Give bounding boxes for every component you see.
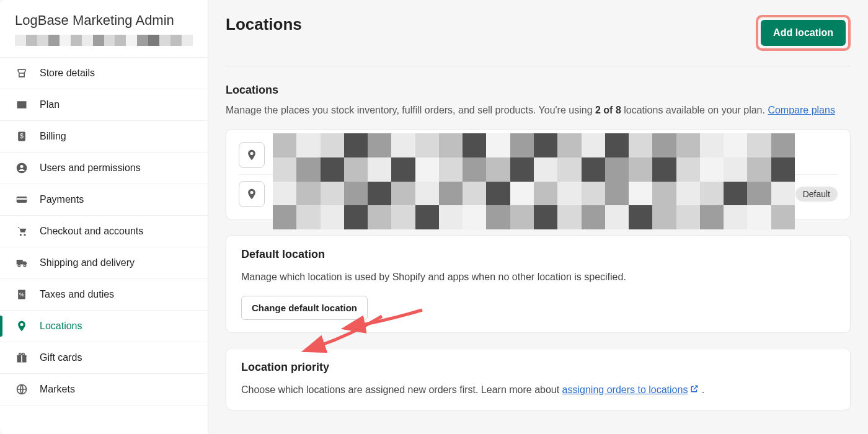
creditcard-icon: [15, 193, 29, 206]
percent-icon: %: [15, 288, 29, 301]
svg-point-3: [20, 165, 24, 168]
page-title: Locations: [226, 15, 302, 34]
page-header: Locations Add location: [226, 15, 851, 66]
svg-point-15: [19, 353, 21, 355]
pin-icon: [15, 319, 29, 333]
sidebar-item-label: Store details: [40, 68, 95, 79]
store-icon: [15, 66, 29, 80]
external-link-icon: [690, 383, 699, 397]
locations-usage-count: 2 of 8: [595, 105, 621, 115]
user-icon: [15, 161, 29, 175]
sidebar-item-label: Gift cards: [40, 352, 82, 363]
sidebar-item-label: Users and permissions: [40, 162, 141, 174]
redacted-store-url: [15, 35, 193, 46]
sidebar-item-label: Locations: [40, 321, 82, 332]
sidebar-item-payments[interactable]: Payments: [0, 184, 208, 216]
sidebar-item-label: Billing: [40, 131, 66, 142]
location-priority-desc: Choose which locations are assigned new …: [241, 383, 835, 397]
svg-point-9: [24, 265, 25, 267]
location-pin-icon: [239, 181, 265, 207]
location-priority-title: Location priority: [241, 361, 835, 374]
sidebar-item-label: Taxes and duties: [40, 289, 114, 300]
sidebar-item-gift-cards[interactable]: Gift cards: [0, 342, 208, 374]
default-badge: Default: [795, 187, 838, 202]
sidebar-item-taxes[interactable]: % Taxes and duties: [0, 279, 208, 311]
locations-list-card: Default: [226, 129, 851, 220]
sidebar-item-label: Checkout and accounts: [40, 226, 143, 237]
annotation-highlight-box: Add location: [756, 15, 851, 51]
redacted-location-details: [273, 133, 795, 229]
locations-section-desc: Manage the places you stock inventory, f…: [226, 103, 851, 118]
locations-section-title: Locations: [226, 84, 851, 97]
change-default-location-button[interactable]: Change default location: [241, 296, 368, 320]
sidebar-item-label: Payments: [40, 194, 84, 205]
assigning-orders-link[interactable]: assigning orders to locations: [562, 384, 699, 395]
svg-point-16: [22, 353, 24, 355]
default-location-desc: Manage which location is used by Shopify…: [241, 270, 835, 285]
dollar-icon: $: [15, 130, 29, 143]
sidebar-item-store-details[interactable]: Store details: [0, 58, 208, 89]
sidebar-item-label: Shipping and delivery: [40, 257, 135, 268]
sidebar-item-label: Markets: [40, 384, 75, 395]
add-location-button[interactable]: Add location: [761, 20, 846, 46]
settings-sidebar: LogBase Marketing Admin Store details Pl…: [0, 0, 208, 434]
truck-icon: [15, 256, 29, 270]
svg-text:%: %: [19, 291, 24, 298]
svg-rect-14: [21, 355, 22, 363]
location-priority-card: Location priority Choose which locations…: [226, 348, 851, 410]
cart-icon: [15, 224, 29, 238]
default-location-card: Default location Manage which location i…: [226, 235, 851, 333]
gift-icon: [15, 351, 29, 365]
sidebar-item-billing[interactable]: $ Billing: [0, 121, 208, 153]
globe-icon: [15, 383, 29, 396]
sidebar-item-plan[interactable]: Plan: [0, 89, 208, 121]
sidebar-item-users[interactable]: Users and permissions: [0, 153, 208, 184]
svg-point-7: [24, 234, 25, 236]
store-name: LogBase Marketing Admin: [15, 12, 193, 29]
svg-point-6: [20, 234, 22, 236]
sidebar-item-checkout[interactable]: Checkout and accounts: [0, 216, 208, 247]
compare-plans-link[interactable]: Compare plans: [768, 105, 835, 115]
card-icon: [15, 98, 29, 112]
svg-rect-5: [17, 198, 27, 200]
sidebar-item-locations[interactable]: Locations: [0, 311, 208, 342]
sidebar-item-markets[interactable]: Markets: [0, 374, 208, 405]
svg-text:$: $: [20, 133, 24, 140]
svg-point-8: [18, 265, 20, 267]
sidebar-item-shipping[interactable]: Shipping and delivery: [0, 247, 208, 279]
main-content: Locations Add location Locations Manage …: [208, 0, 868, 434]
location-pin-icon: [239, 142, 265, 168]
sidebar-list: Store details Plan $ Billing Users and p…: [0, 58, 208, 434]
sidebar-item-label: Plan: [40, 99, 60, 110]
sidebar-header: LogBase Marketing Admin: [0, 0, 208, 58]
default-location-title: Default location: [241, 248, 835, 261]
